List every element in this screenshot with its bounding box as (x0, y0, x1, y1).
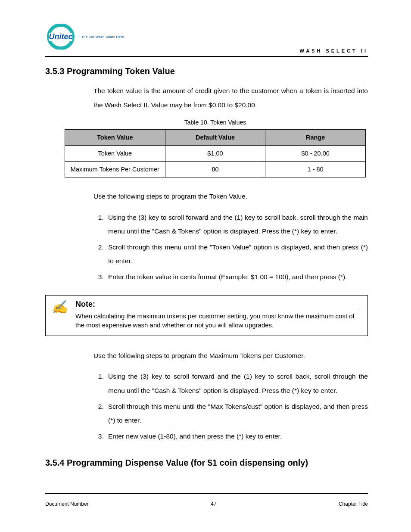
intro-paragraph: The token value is the amount of credit … (93, 84, 368, 112)
table-header-cell: Range (265, 130, 366, 146)
footer-right: Chapter Title (339, 501, 368, 507)
table-row: Maximum Tokens Per Customer 80 1 - 80 (65, 162, 366, 177)
table-cell: 1 - 80 (265, 162, 366, 177)
table-cell: $0 - 20.00 (265, 146, 366, 162)
note-content: Note: When calculating the maximum token… (75, 300, 360, 330)
footer-page-number: 47 (89, 501, 339, 507)
page-footer: Document Number 47 Chapter Title (45, 501, 368, 507)
footer-left: Document Number (45, 501, 89, 507)
note-body: When calculating the maximum tokens per … (75, 312, 360, 330)
step-item: Scroll through this menu until the "Toke… (106, 240, 368, 268)
note-label: Note: (75, 300, 360, 310)
logo-tagline: The Car Wash Starts Here. (81, 35, 125, 39)
note-box: ✍ Note: When calculating the maximum tok… (45, 295, 368, 336)
page: Unitec The Car Wash Starts Here. WASH SE… (0, 0, 411, 532)
step-item: Scroll through this menu until the "Max … (106, 400, 368, 428)
table-cell: Token Value (65, 146, 165, 162)
table-header-cell: Token Value (65, 130, 165, 146)
step-item: Enter the token value in cents format (E… (106, 270, 368, 284)
section-heading-354: 3.5.4 Programming Dispense Value (for $1… (45, 458, 368, 468)
note-icon: ✍ (52, 301, 68, 314)
logo-text: Unitec (49, 32, 72, 41)
section-heading-353: 3.5.3 Programming Token Value (45, 66, 368, 76)
logo: Unitec The Car Wash Starts Here. (45, 24, 125, 50)
header-divider (45, 56, 368, 57)
token-value-table-wrap: Table 10. Token Values Token Value Defau… (65, 119, 366, 177)
step-item: Enter new value (1-80), and then press t… (106, 429, 368, 444)
table-cell: 80 (165, 162, 265, 177)
step-item: Using the (3) key to scroll forward and … (106, 370, 368, 398)
table-cell: $1.00 (165, 146, 265, 162)
token-values-table: Token Value Default Value Range Token Va… (65, 129, 366, 177)
token-value-steps: Using the (3) key to scroll forward and … (93, 211, 368, 284)
steps-intro: Use the following steps to program the T… (93, 190, 368, 204)
table-header-row: Token Value Default Value Range (65, 130, 366, 146)
page-header: Unitec The Car Wash Starts Here. WASH SE… (45, 24, 368, 56)
step-item: Using the (3) key to scroll forward and … (106, 211, 368, 239)
max-tokens-steps: Using the (3) key to scroll forward and … (93, 370, 368, 443)
table-row: Token Value $1.00 $0 - 20.00 (65, 146, 366, 162)
table-header-cell: Default Value (165, 130, 265, 146)
header-doc-title: WASH SELECT II (299, 48, 368, 53)
table-caption: Table 10. Token Values (65, 119, 366, 126)
max-tokens-intro: Use the following steps to program the M… (93, 349, 368, 363)
footer-divider (45, 493, 368, 494)
table-cell: Maximum Tokens Per Customer (65, 162, 165, 177)
unitec-logo-icon: Unitec (45, 24, 79, 50)
